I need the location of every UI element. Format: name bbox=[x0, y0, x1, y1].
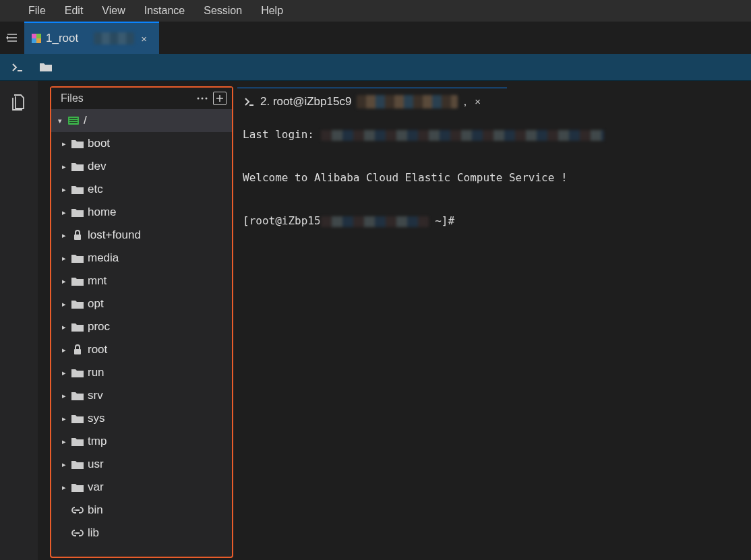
tree-item-run[interactable]: ▸run bbox=[51, 361, 232, 384]
terminal-tab-suffix: , bbox=[463, 95, 467, 108]
tree-item-sys[interactable]: ▸sys bbox=[51, 407, 232, 430]
chevron-right-icon: ▸ bbox=[59, 460, 69, 469]
chevron-right-icon: ▸ bbox=[59, 254, 69, 263]
folder-icon bbox=[71, 367, 84, 379]
link-icon bbox=[71, 504, 84, 516]
folder-icon bbox=[71, 321, 84, 333]
tree-item-media[interactable]: ▸media bbox=[51, 247, 232, 270]
main-area: Files ▾ / ▸boot▸dev▸etc▸home▸lost+found▸ bbox=[0, 81, 751, 560]
menu-edit[interactable]: Edit bbox=[55, 2, 93, 20]
tree-item-lib[interactable]: lib bbox=[51, 522, 232, 545]
chevron-right-icon: ▸ bbox=[59, 300, 69, 309]
terminal-body[interactable]: Last login: Welcome to Alibaba Cloud Ela… bbox=[237, 115, 751, 560]
link-icon bbox=[71, 527, 84, 539]
tree-item-label: etc bbox=[86, 183, 103, 196]
tab-session-1[interactable]: 1_root × bbox=[24, 22, 159, 54]
tree-item-bin[interactable]: bin bbox=[51, 499, 232, 522]
terminal-tool-button[interactable] bbox=[9, 59, 26, 75]
chevron-right-icon: ▸ bbox=[59, 208, 69, 217]
files-panel-wrap: Files ▾ / ▸boot▸dev▸etc▸home▸lost+found▸ bbox=[38, 81, 237, 560]
tree-item-home[interactable]: ▸home bbox=[51, 201, 232, 224]
chevron-right-icon: ▸ bbox=[59, 346, 69, 354]
folder-icon bbox=[71, 206, 84, 218]
svg-point-4 bbox=[198, 98, 200, 100]
chevron-right-icon: ▸ bbox=[59, 414, 69, 423]
root-label: / bbox=[82, 114, 87, 127]
menu-bar: File Edit View Instance Session Help bbox=[0, 0, 751, 22]
files-panel-title: Files bbox=[61, 92, 191, 104]
folder-icon bbox=[71, 275, 84, 287]
tree-item-dev[interactable]: ▸dev bbox=[51, 155, 232, 178]
files-add-button[interactable] bbox=[213, 92, 227, 105]
tree-item-proc[interactable]: ▸proc bbox=[51, 315, 232, 338]
chevron-right-icon: ▸ bbox=[59, 185, 69, 194]
activity-bar bbox=[0, 81, 38, 560]
prompt-prefix: [root@iZbp15 bbox=[243, 214, 321, 227]
chevron-right-icon: ▸ bbox=[59, 277, 69, 286]
files-header: Files bbox=[51, 88, 232, 109]
svg-rect-12 bbox=[74, 349, 81, 354]
folder-icon bbox=[71, 435, 84, 447]
tree-item-lost+found[interactable]: ▸lost+found bbox=[51, 224, 232, 247]
tree-item-etc[interactable]: ▸etc bbox=[51, 178, 232, 201]
menu-session[interactable]: Session bbox=[194, 2, 251, 20]
folder-icon bbox=[71, 183, 84, 195]
menu-help[interactable]: Help bbox=[251, 2, 293, 20]
terminal-prompt-icon bbox=[244, 96, 255, 107]
files-activity-button[interactable] bbox=[8, 92, 30, 113]
menu-instance[interactable]: Instance bbox=[135, 2, 194, 20]
terminal-tab-redacted bbox=[357, 95, 458, 108]
folder-icon bbox=[71, 390, 84, 402]
tool-strip bbox=[0, 54, 751, 81]
tree-item-srv[interactable]: ▸srv bbox=[51, 384, 232, 407]
svg-rect-0 bbox=[32, 34, 36, 38]
tree-item-boot[interactable]: ▸boot bbox=[51, 132, 232, 155]
svg-point-6 bbox=[206, 98, 208, 100]
tree-item-root[interactable]: ▸root bbox=[51, 338, 232, 361]
tree-item-usr[interactable]: ▸usr bbox=[51, 453, 232, 476]
prompt-redacted bbox=[321, 216, 429, 227]
tree-item-var[interactable]: ▸var bbox=[51, 476, 232, 499]
chevron-right-icon: ▸ bbox=[59, 369, 69, 377]
tree-item-label: mnt bbox=[86, 274, 107, 288]
tree-item-label: run bbox=[86, 366, 104, 379]
chevron-right-icon: ▸ bbox=[59, 392, 69, 400]
svg-rect-3 bbox=[36, 38, 41, 43]
svg-rect-10 bbox=[69, 122, 78, 123]
chevron-down-icon: ▾ bbox=[55, 117, 65, 125]
tree-item-mnt[interactable]: ▸mnt bbox=[51, 270, 232, 292]
tab-strip: 1_root × bbox=[0, 22, 751, 54]
chevron-right-icon: ▸ bbox=[59, 139, 69, 148]
chevron-right-icon: ▸ bbox=[59, 162, 69, 171]
tree-item-label: tmp bbox=[86, 435, 107, 448]
sidebar-toggle-button[interactable] bbox=[0, 22, 24, 54]
file-tree[interactable]: ▾ / ▸boot▸dev▸etc▸home▸lost+found▸media▸… bbox=[51, 109, 232, 557]
tree-item-tmp[interactable]: ▸tmp bbox=[51, 430, 232, 453]
tab-close-button[interactable]: × bbox=[138, 32, 150, 46]
tree-item-opt[interactable]: ▸opt bbox=[51, 292, 232, 315]
tree-item-label: lost+found bbox=[86, 228, 141, 242]
welcome-text: Welcome to Alibaba Cloud Elastic Compute… bbox=[243, 171, 568, 184]
terminal-area: 2. root@iZbp15c9 , × Last login: Welcome… bbox=[237, 81, 751, 560]
last-login-redacted bbox=[321, 130, 604, 141]
terminal-tab[interactable]: 2. root@iZbp15c9 , × bbox=[237, 88, 507, 115]
tree-item-label: home bbox=[86, 206, 117, 219]
svg-rect-9 bbox=[69, 120, 78, 121]
menu-file[interactable]: File bbox=[19, 2, 55, 20]
folder-icon bbox=[71, 160, 84, 173]
tree-item-label: proc bbox=[86, 320, 110, 334]
chevron-right-icon: ▸ bbox=[59, 323, 69, 332]
tree-root[interactable]: ▾ / bbox=[51, 109, 232, 132]
tree-item-label: usr bbox=[86, 458, 104, 471]
chevron-right-icon: ▸ bbox=[59, 437, 69, 446]
terminal-tab-close-button[interactable]: × bbox=[472, 94, 483, 108]
session-color-icon bbox=[31, 33, 42, 44]
files-more-button[interactable] bbox=[196, 92, 209, 105]
menu-view[interactable]: View bbox=[92, 2, 134, 20]
tree-item-label: lib bbox=[86, 526, 99, 540]
tree-item-label: srv bbox=[86, 389, 103, 402]
chevron-right-icon: ▸ bbox=[59, 231, 69, 240]
folder-icon bbox=[71, 458, 84, 470]
folder-tool-button[interactable] bbox=[38, 59, 54, 75]
disk-icon bbox=[67, 115, 80, 127]
